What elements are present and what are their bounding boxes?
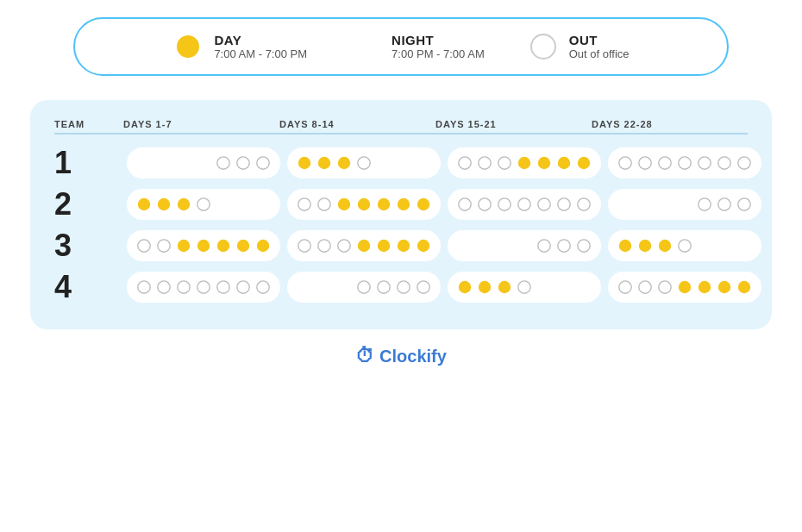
svg-point-65 xyxy=(138,281,150,293)
out-title: OUT xyxy=(569,33,630,47)
out-icon xyxy=(335,237,353,254)
svg-point-45 xyxy=(158,240,170,252)
team-number-4: 4 xyxy=(54,269,123,305)
svg-point-52 xyxy=(318,240,330,252)
svg-point-16 xyxy=(619,157,631,169)
svg-point-46 xyxy=(178,240,190,252)
out-icon xyxy=(716,154,733,172)
svg-point-19 xyxy=(679,157,691,169)
header-col-0: TEAM xyxy=(54,119,123,129)
day-icon xyxy=(375,237,392,254)
svg-point-18 xyxy=(659,157,671,169)
svg-point-69 xyxy=(217,281,229,293)
day-icon xyxy=(335,196,353,213)
header-col-1: DAYS 1-7 xyxy=(123,119,279,129)
out-icon xyxy=(716,196,733,213)
day-icon xyxy=(254,237,272,254)
out-icon xyxy=(316,237,333,254)
out-icon xyxy=(215,154,232,172)
out-icon xyxy=(575,237,592,254)
svg-point-33 xyxy=(417,198,429,210)
day-cell-row2-col3 xyxy=(448,189,601,220)
out-icon xyxy=(456,154,473,172)
svg-point-68 xyxy=(197,281,210,293)
svg-point-38 xyxy=(538,198,550,210)
svg-point-6 xyxy=(318,157,330,169)
day-cell-row2-col4 xyxy=(608,189,761,220)
svg-point-61 xyxy=(619,240,631,252)
footer-logo: ⏱ Clockify xyxy=(355,345,447,367)
day-sub: 7:00 AM - 7:00 PM xyxy=(214,47,307,60)
day-icon xyxy=(215,237,232,254)
night-icon xyxy=(575,279,592,296)
team-number-3: 3 xyxy=(54,228,123,264)
night-icon xyxy=(135,154,153,172)
day-icon xyxy=(476,279,493,296)
svg-point-35 xyxy=(479,198,491,210)
day-icon xyxy=(555,154,573,172)
svg-point-51 xyxy=(298,240,310,252)
day-icon xyxy=(172,31,204,62)
svg-point-26 xyxy=(197,198,210,210)
day-icon xyxy=(536,154,553,172)
day-icon xyxy=(395,237,412,254)
night-icon xyxy=(617,196,634,213)
day-text: DAY 7:00 AM - 7:00 PM xyxy=(214,33,307,60)
day-icon xyxy=(736,279,753,296)
out-icon xyxy=(395,279,412,296)
svg-point-30 xyxy=(358,198,370,210)
out-icon xyxy=(215,279,232,296)
out-icon xyxy=(235,154,252,172)
day-cell-row1-col1 xyxy=(127,147,280,178)
svg-point-56 xyxy=(398,240,410,252)
svg-point-3 xyxy=(237,157,249,169)
day-cell-row2-col1 xyxy=(127,189,280,220)
svg-point-29 xyxy=(338,198,350,210)
table-row-team-1: 1 xyxy=(54,145,748,181)
svg-point-17 xyxy=(639,157,651,169)
svg-point-81 xyxy=(639,281,651,293)
out-icon xyxy=(135,279,153,296)
day-icon xyxy=(716,279,733,296)
day-cell-row3-col3 xyxy=(448,230,601,261)
day-cell-row4-col1 xyxy=(127,272,280,303)
svg-point-5 xyxy=(298,157,310,169)
day-cell-row3-col1 xyxy=(127,230,280,261)
svg-point-34 xyxy=(459,198,471,210)
svg-point-27 xyxy=(298,198,310,210)
out-icon xyxy=(536,196,553,213)
svg-point-12 xyxy=(518,157,530,169)
out-icon xyxy=(476,154,493,172)
legend-item-out: OUT Out of office xyxy=(528,31,630,62)
night-icon xyxy=(476,237,493,254)
out-icon xyxy=(155,279,172,296)
day-cell-row3-col4 xyxy=(608,230,761,261)
team-number-2: 2 xyxy=(54,186,123,222)
day-cell-row3-col2 xyxy=(287,230,441,261)
svg-point-11 xyxy=(498,157,511,169)
day-icon xyxy=(195,237,212,254)
night-icon xyxy=(215,196,232,213)
svg-point-8 xyxy=(358,157,370,169)
svg-point-78 xyxy=(498,281,511,293)
svg-point-24 xyxy=(158,198,170,210)
day-icon xyxy=(415,196,432,213)
night-icon xyxy=(676,196,693,213)
svg-point-53 xyxy=(338,240,350,252)
table-header: TEAMDAYS 1-7DAYS 8-14DAYS 15-21DAYS 22-2… xyxy=(54,119,748,129)
footer-logo-text: Clockify xyxy=(379,347,447,366)
day-icon xyxy=(496,279,513,296)
svg-point-2 xyxy=(217,157,229,169)
day-cell-row4-col3 xyxy=(448,272,601,303)
night-icon xyxy=(296,279,313,296)
out-icon xyxy=(656,154,674,172)
svg-point-22 xyxy=(738,157,750,169)
table-row-team-3: 3 xyxy=(54,228,748,264)
svg-point-84 xyxy=(699,281,711,293)
svg-point-28 xyxy=(318,198,330,210)
out-icon xyxy=(676,154,693,172)
svg-point-36 xyxy=(498,198,511,210)
night-icon xyxy=(335,279,353,296)
day-icon xyxy=(516,154,533,172)
out-icon xyxy=(456,196,473,213)
